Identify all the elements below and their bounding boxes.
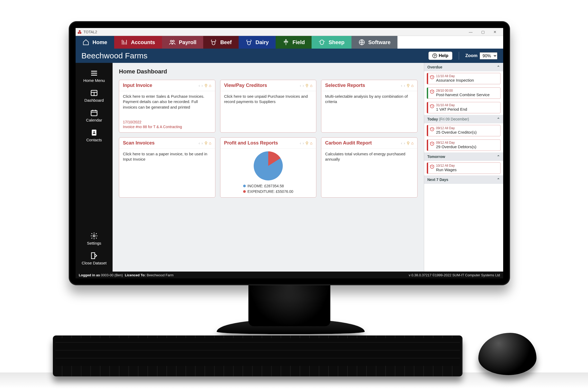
dashboard-card[interactable]: Profit and Loss Reports‹›⚲⌂INCOME: £2873…	[220, 137, 317, 198]
pin-icon[interactable]: ⚲	[305, 141, 308, 146]
dashboard-icon	[90, 89, 98, 97]
sidebar-item-home-menu[interactable]: Home Menu	[76, 66, 113, 86]
beef-icon	[210, 39, 217, 46]
home-card-icon[interactable]: ⌂	[209, 141, 211, 145]
chevron-up-icon: ⌃	[497, 117, 500, 121]
pie-chart	[254, 151, 283, 180]
zoom-label: Zoom	[465, 53, 478, 58]
event-title: Run Wages	[436, 167, 498, 172]
gear-icon	[90, 232, 98, 240]
calendar-section-header[interactable]: Overdue⌃	[424, 63, 503, 71]
card-next-icon[interactable]: ›	[202, 83, 203, 88]
card-prev-icon[interactable]: ‹	[401, 141, 402, 145]
card-next-icon[interactable]: ›	[303, 83, 304, 88]
login-label: Logged in as	[79, 273, 100, 277]
tab-beef[interactable]: Beef	[203, 36, 238, 49]
sidebar-item-calendar[interactable]: Calendar	[76, 106, 113, 125]
app-logo-icon	[78, 30, 81, 34]
event-meta: 09/12 All Day	[436, 141, 498, 144]
calendar-event[interactable]: 11/10 All DayAssurance Inspection	[427, 73, 501, 84]
event-title: Post-harvest Combine Service	[436, 92, 498, 97]
card-body: Click here to enter Sales & Purchase Inv…	[119, 91, 215, 118]
tab-beef-label: Beef	[220, 39, 232, 45]
event-meta: 28/10 00:00	[436, 89, 498, 92]
card-prev-icon[interactable]: ‹	[300, 83, 301, 88]
dashboard-card[interactable]: Carbon Audit Report‹›⚲⌂Calculates total …	[321, 137, 418, 198]
home-card-icon[interactable]: ⌂	[209, 83, 211, 88]
card-next-icon[interactable]: ›	[404, 83, 405, 88]
home-card-icon[interactable]: ⌂	[310, 141, 312, 145]
top-nav: Home £ Accounts Payroll Beef Dairy Field…	[76, 36, 503, 49]
tab-sheep[interactable]: Sheep	[312, 36, 351, 49]
tab-dairy-label: Dairy	[256, 39, 269, 45]
pin-icon[interactable]: ⚲	[205, 141, 207, 146]
home-card-icon[interactable]: ⌂	[310, 83, 312, 88]
sidebar-item-close-dataset[interactable]: Close Dataset	[76, 249, 113, 268]
calendar-event[interactable]: 10/12 All DayRun Wages	[427, 162, 501, 174]
tab-home[interactable]: Home	[76, 36, 114, 49]
accounts-icon: £	[121, 39, 128, 46]
event-meta: 10/12 All Day	[436, 164, 498, 167]
menu-icon	[90, 69, 98, 77]
pin-icon[interactable]: ⚲	[407, 141, 410, 146]
dashboard-heading: Home Dashboard	[119, 68, 418, 75]
tab-accounts-label: Accounts	[131, 39, 155, 45]
window-close-button[interactable]: ✕	[489, 28, 501, 36]
card-prev-icon[interactable]: ‹	[300, 141, 301, 145]
sidebar-item-label: Settings	[87, 241, 101, 245]
card-next-icon[interactable]: ›	[303, 141, 304, 145]
dashboard-card[interactable]: Input Invoice‹›⚲⌂Click here to enter Sal…	[119, 80, 215, 133]
home-card-icon[interactable]: ⌂	[411, 141, 414, 145]
card-title: Scan Invoices	[123, 140, 155, 146]
window-minimize-button[interactable]: —	[465, 28, 477, 36]
pin-icon[interactable]: ⚲	[205, 83, 207, 88]
tab-payroll[interactable]: Payroll	[162, 36, 203, 49]
sidebar-item-label: Contacts	[86, 138, 102, 142]
tab-home-label: Home	[92, 39, 107, 45]
pin-icon[interactable]: ⚲	[305, 83, 308, 88]
zoom-select[interactable]: 90%	[480, 52, 497, 59]
calendar-icon	[90, 109, 98, 117]
calendar-event[interactable]: 09/12 All Day25 Overdue Creditor(s)	[427, 125, 501, 136]
calendar-section-header[interactable]: Next 7 Days⌃	[424, 175, 503, 184]
calendar-event[interactable]: 28/10 00:00Post-harvest Combine Service	[427, 87, 501, 99]
card-next-icon[interactable]: ›	[404, 141, 405, 145]
card-title: Profit and Loss Reports	[224, 140, 278, 146]
calendar-section-header[interactable]: Today(Fri 09 December)⌃	[424, 115, 503, 123]
svg-rect-5	[91, 110, 97, 116]
sidebar-item-label: Close Dataset	[82, 261, 107, 265]
card-prev-icon[interactable]: ‹	[199, 83, 200, 88]
dashboard-area: Home Dashboard Input Invoice‹›⚲⌂Click he…	[113, 63, 424, 272]
calendar-panel: Overdue⌃11/10 All DayAssurance Inspectio…	[424, 63, 503, 272]
tab-software-label: Software	[368, 39, 391, 45]
dashboard-card[interactable]: Selective Reports‹›⚲⌂Multi-selectable an…	[321, 80, 418, 133]
licence-value: Beechwood Farm	[147, 273, 174, 277]
event-meta: 31/10 All Day	[436, 103, 498, 107]
dashboard-card[interactable]: Scan Invoices‹›⚲⌂Click here to scan a pa…	[119, 137, 215, 198]
sidebar-item-contacts[interactable]: Contacts	[76, 125, 113, 145]
sidebar-item-settings[interactable]: Settings	[76, 229, 113, 249]
tab-software[interactable]: Software	[351, 36, 397, 49]
card-next-icon[interactable]: ›	[202, 141, 203, 145]
calendar-section-header[interactable]: Tomorrow⌃	[424, 152, 503, 161]
pin-icon[interactable]: ⚲	[407, 83, 410, 88]
home-card-icon[interactable]: ⌂	[411, 83, 414, 88]
calendar-event[interactable]: 09/12 All Day29 Overdue Debtors(s)	[427, 139, 501, 151]
exit-icon	[90, 252, 98, 260]
card-prev-icon[interactable]: ‹	[401, 83, 402, 88]
sidebar-item-label: Home Menu	[83, 78, 105, 83]
tab-accounts[interactable]: £ Accounts	[114, 36, 162, 49]
help-button[interactable]: ? Help	[428, 52, 452, 60]
tab-field[interactable]: Field	[276, 36, 312, 49]
keyboard	[53, 335, 462, 376]
svg-point-1	[170, 40, 172, 42]
window-maximize-button[interactable]: ▢	[477, 28, 489, 36]
home-icon	[82, 39, 89, 46]
dashboard-card[interactable]: View/Pay Creditors‹›⚲⌂Click here to see …	[220, 80, 317, 133]
sidebar-item-dashboard[interactable]: Dashboard	[76, 86, 113, 106]
card-prev-icon[interactable]: ‹	[199, 141, 200, 145]
sidebar-item-label: Dashboard	[84, 98, 104, 102]
tab-dairy[interactable]: Dairy	[239, 36, 276, 49]
calendar-event[interactable]: 31/10 All Day1 VAT Period End	[427, 102, 501, 113]
software-icon	[358, 39, 365, 46]
